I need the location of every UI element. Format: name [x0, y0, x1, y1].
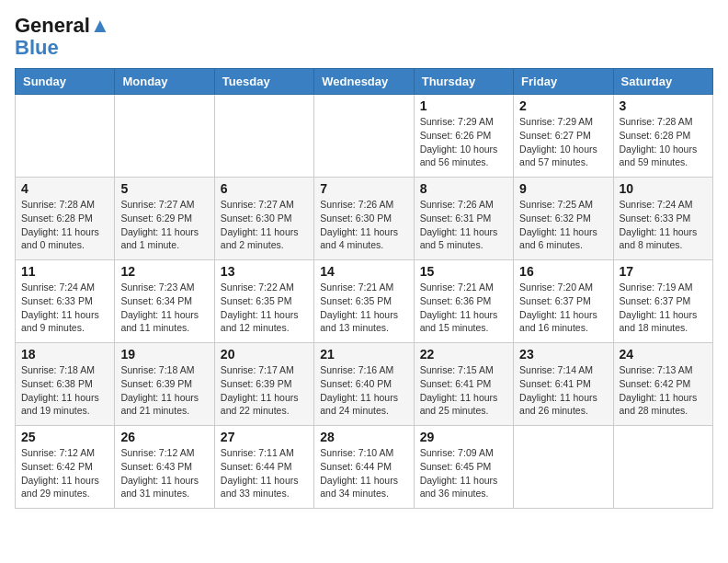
day-number: 4 [21, 181, 108, 196]
day-info: Sunrise: 7:29 AMSunset: 6:26 PMDaylight:… [420, 115, 507, 169]
calendar-cell [514, 426, 613, 509]
day-info: Sunrise: 7:28 AMSunset: 6:28 PMDaylight:… [620, 115, 707, 169]
calendar-cell: 3Sunrise: 7:28 AMSunset: 6:28 PMDaylight… [613, 95, 712, 178]
day-info: Sunrise: 7:18 AMSunset: 6:39 PMDaylight:… [120, 363, 208, 418]
calendar-cell: 15Sunrise: 7:21 AMSunset: 6:36 PMDayligh… [414, 260, 513, 343]
calendar-cell: 16Sunrise: 7:20 AMSunset: 6:37 PMDayligh… [514, 260, 613, 343]
calendar-header-wednesday: Wednesday [314, 69, 414, 95]
day-number: 20 [221, 347, 308, 362]
calendar-header-tuesday: Tuesday [214, 69, 313, 95]
calendar-cell: 13Sunrise: 7:22 AMSunset: 6:35 PMDayligh… [214, 260, 313, 343]
day-info: Sunrise: 7:16 AMSunset: 6:40 PMDaylight:… [320, 363, 407, 418]
calendar-header-saturday: Saturday [613, 69, 712, 95]
calendar-cell: 14Sunrise: 7:21 AMSunset: 6:35 PMDayligh… [314, 260, 414, 343]
logo-text: General▲ [15, 15, 110, 37]
calendar-cell: 11Sunrise: 7:24 AMSunset: 6:33 PMDayligh… [16, 260, 115, 343]
day-number: 12 [120, 264, 208, 279]
day-number: 6 [221, 181, 308, 196]
day-number: 28 [320, 430, 407, 444]
day-info: Sunrise: 7:14 AMSunset: 6:41 PMDaylight:… [519, 363, 607, 418]
day-number: 18 [21, 347, 108, 362]
day-info: Sunrise: 7:17 AMSunset: 6:39 PMDaylight:… [221, 363, 308, 418]
day-number: 5 [120, 181, 208, 196]
calendar-cell [314, 95, 414, 178]
calendar-cell: 19Sunrise: 7:18 AMSunset: 6:39 PMDayligh… [115, 343, 214, 426]
day-info: Sunrise: 7:20 AMSunset: 6:37 PMDaylight:… [519, 281, 607, 335]
day-info: Sunrise: 7:29 AMSunset: 6:27 PMDaylight:… [519, 115, 607, 169]
calendar-header-sunday: Sunday [16, 69, 115, 95]
calendar-cell: 24Sunrise: 7:13 AMSunset: 6:42 PMDayligh… [613, 343, 712, 426]
day-number: 21 [320, 347, 407, 362]
logo: General▲ Blue [15, 15, 110, 59]
day-number: 17 [620, 264, 707, 279]
day-number: 1 [420, 98, 507, 113]
day-number: 14 [320, 264, 407, 279]
day-info: Sunrise: 7:26 AMSunset: 6:30 PMDaylight:… [320, 198, 407, 252]
calendar-header-row: SundayMondayTuesdayWednesdayThursdayFrid… [16, 69, 713, 95]
calendar-cell: 29Sunrise: 7:09 AMSunset: 6:45 PMDayligh… [414, 426, 513, 509]
calendar-cell: 23Sunrise: 7:14 AMSunset: 6:41 PMDayligh… [514, 343, 613, 426]
day-number: 15 [420, 264, 507, 279]
calendar-cell: 20Sunrise: 7:17 AMSunset: 6:39 PMDayligh… [214, 343, 313, 426]
calendar-cell: 28Sunrise: 7:10 AMSunset: 6:44 PMDayligh… [314, 426, 414, 509]
calendar-week-5: 25Sunrise: 7:12 AMSunset: 6:42 PMDayligh… [16, 426, 713, 509]
day-info: Sunrise: 7:21 AMSunset: 6:36 PMDaylight:… [420, 281, 507, 335]
day-number: 16 [519, 264, 607, 279]
calendar-cell: 12Sunrise: 7:23 AMSunset: 6:34 PMDayligh… [115, 260, 214, 343]
day-number: 26 [120, 430, 208, 444]
calendar-week-3: 11Sunrise: 7:24 AMSunset: 6:33 PMDayligh… [16, 260, 713, 343]
calendar-cell [214, 95, 313, 178]
day-number: 3 [620, 98, 707, 113]
day-info: Sunrise: 7:12 AMSunset: 6:42 PMDaylight:… [21, 446, 108, 500]
calendar-week-4: 18Sunrise: 7:18 AMSunset: 6:38 PMDayligh… [16, 343, 713, 426]
day-info: Sunrise: 7:13 AMSunset: 6:42 PMDaylight:… [620, 363, 707, 418]
day-number: 19 [120, 347, 208, 362]
calendar-header-thursday: Thursday [414, 69, 513, 95]
calendar-cell: 6Sunrise: 7:27 AMSunset: 6:30 PMDaylight… [214, 178, 313, 260]
page-header: General▲ Blue [15, 15, 713, 59]
day-info: Sunrise: 7:24 AMSunset: 6:33 PMDaylight:… [21, 281, 108, 335]
calendar-cell: 22Sunrise: 7:15 AMSunset: 6:41 PMDayligh… [414, 343, 513, 426]
calendar-cell: 10Sunrise: 7:24 AMSunset: 6:33 PMDayligh… [613, 178, 712, 260]
day-number: 2 [519, 98, 607, 113]
calendar-cell [613, 426, 712, 509]
day-info: Sunrise: 7:21 AMSunset: 6:35 PMDaylight:… [320, 281, 407, 335]
calendar-cell: 2Sunrise: 7:29 AMSunset: 6:27 PMDaylight… [514, 95, 613, 178]
day-info: Sunrise: 7:18 AMSunset: 6:38 PMDaylight:… [21, 363, 108, 418]
day-info: Sunrise: 7:19 AMSunset: 6:37 PMDaylight:… [620, 281, 707, 335]
day-info: Sunrise: 7:28 AMSunset: 6:28 PMDaylight:… [21, 198, 108, 252]
day-info: Sunrise: 7:12 AMSunset: 6:43 PMDaylight:… [120, 446, 208, 500]
calendar-cell [16, 95, 115, 178]
calendar-cell [115, 95, 214, 178]
day-number: 9 [519, 181, 607, 196]
day-info: Sunrise: 7:22 AMSunset: 6:35 PMDaylight:… [221, 281, 308, 335]
day-number: 10 [620, 181, 707, 196]
day-info: Sunrise: 7:23 AMSunset: 6:34 PMDaylight:… [120, 281, 208, 335]
day-info: Sunrise: 7:15 AMSunset: 6:41 PMDaylight:… [420, 363, 507, 418]
day-info: Sunrise: 7:27 AMSunset: 6:29 PMDaylight:… [120, 198, 208, 252]
day-number: 24 [620, 347, 707, 362]
day-number: 29 [420, 430, 507, 444]
calendar-cell: 18Sunrise: 7:18 AMSunset: 6:38 PMDayligh… [16, 343, 115, 426]
calendar-cell: 25Sunrise: 7:12 AMSunset: 6:42 PMDayligh… [16, 426, 115, 509]
day-info: Sunrise: 7:10 AMSunset: 6:44 PMDaylight:… [320, 446, 407, 500]
calendar-cell: 7Sunrise: 7:26 AMSunset: 6:30 PMDaylight… [314, 178, 414, 260]
logo-blue: Blue [15, 37, 110, 59]
calendar-cell: 21Sunrise: 7:16 AMSunset: 6:40 PMDayligh… [314, 343, 414, 426]
day-info: Sunrise: 7:11 AMSunset: 6:44 PMDaylight:… [221, 446, 308, 500]
day-number: 25 [21, 430, 108, 444]
calendar-cell: 1Sunrise: 7:29 AMSunset: 6:26 PMDaylight… [414, 95, 513, 178]
calendar-cell: 4Sunrise: 7:28 AMSunset: 6:28 PMDaylight… [16, 178, 115, 260]
calendar-week-2: 4Sunrise: 7:28 AMSunset: 6:28 PMDaylight… [16, 178, 713, 260]
calendar-cell: 5Sunrise: 7:27 AMSunset: 6:29 PMDaylight… [115, 178, 214, 260]
day-info: Sunrise: 7:25 AMSunset: 6:32 PMDaylight:… [519, 198, 607, 252]
calendar-table: SundayMondayTuesdayWednesdayThursdayFrid… [15, 68, 713, 509]
day-number: 8 [420, 181, 507, 196]
calendar-cell: 9Sunrise: 7:25 AMSunset: 6:32 PMDaylight… [514, 178, 613, 260]
day-number: 23 [519, 347, 607, 362]
day-number: 27 [221, 430, 308, 444]
calendar-cell: 8Sunrise: 7:26 AMSunset: 6:31 PMDaylight… [414, 178, 513, 260]
day-number: 22 [420, 347, 507, 362]
calendar-header-friday: Friday [514, 69, 613, 95]
day-info: Sunrise: 7:26 AMSunset: 6:31 PMDaylight:… [420, 198, 507, 252]
